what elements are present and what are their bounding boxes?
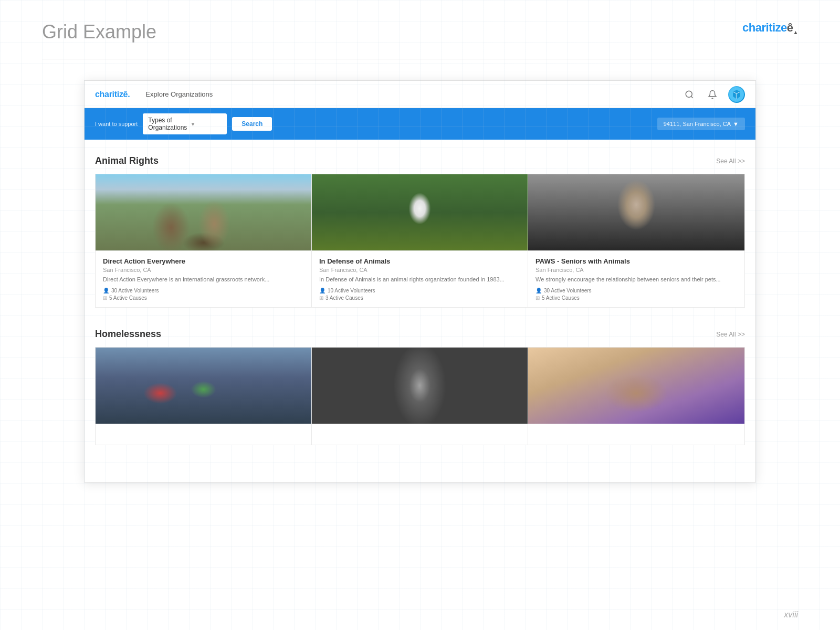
section-animal-rights: Animal Rights See All >> Direct Action E… (95, 155, 745, 308)
location-button[interactable]: 94111, San Francisco, CA ▼ (657, 118, 745, 130)
person-icon: 👤 (103, 288, 109, 293)
grid-icon: ⊞ (319, 295, 323, 301)
card-image-homeless (312, 348, 528, 424)
search-right: 94111, San Francisco, CA ▼ (657, 118, 745, 130)
volunteers-direct-action: 👤 30 Active Volunteers (103, 288, 304, 293)
search-button[interactable]: Search (232, 117, 272, 131)
section-title-animal-rights: Animal Rights (95, 155, 159, 166)
search-bar: I want to support Types of Organizations… (85, 108, 755, 140)
causes-defense-animals: ⊞ 3 Active Causes (319, 295, 520, 301)
card-image-horses (96, 174, 311, 250)
page-footer: xviii (784, 610, 798, 620)
svg-point-0 (686, 91, 692, 97)
cards-grid-homelessness (95, 347, 745, 445)
section-header-homelessness: Homelessness See All >> (95, 329, 745, 340)
section-homelessness: Homelessness See All >> (95, 329, 745, 445)
svg-line-1 (691, 96, 692, 98)
chevron-down-icon-location: ▼ (733, 121, 739, 127)
chevron-down-icon: ▼ (190, 121, 222, 127)
card-image-rabbit (312, 174, 528, 250)
causes-direct-action: ⊞ 5 Active Causes (103, 295, 304, 301)
top-brand-logo: charitizeê▲ (742, 21, 798, 35)
card-desc-defense-animals: In Defense of Animals is an animal right… (319, 276, 520, 284)
card-info-protest (96, 424, 311, 445)
card-defense-animals[interactable]: In Defense of Animals San Francisco, CA … (312, 174, 528, 307)
volunteers-defense-animals: 👤 10 Active Volunteers (319, 288, 520, 293)
search-icon[interactable] (682, 87, 697, 102)
nav-right (682, 86, 745, 103)
section-header-animal-rights: Animal Rights See All >> (95, 155, 745, 166)
search-left: I want to support Types of Organizations… (95, 113, 272, 134)
person-icon: 👤 (536, 288, 542, 293)
user-avatar[interactable] (728, 86, 745, 103)
section-title-homelessness: Homelessness (95, 329, 161, 340)
app-window: charitizê. Explore Organizations (84, 80, 756, 482)
volunteers-paws: 👤 30 Active Volunteers (536, 288, 737, 293)
card-protest[interactable] (96, 348, 312, 445)
grid-icon: ⊞ (103, 295, 107, 301)
explore-link[interactable]: Explore Organizations (145, 90, 213, 98)
card-image-protest (96, 348, 311, 424)
app-logo[interactable]: charitizê. (95, 90, 130, 99)
card-direct-action[interactable]: Direct Action Everywhere San Francisco, … (96, 174, 312, 307)
card-info-hands-together (528, 424, 744, 445)
card-title-paws: PAWS - Seniors with Animals (536, 257, 737, 265)
card-seeking-kindness[interactable] (312, 348, 528, 445)
card-info-paws: PAWS - Seniors with Animals San Francisc… (528, 250, 744, 307)
bell-icon[interactable] (705, 87, 720, 102)
cards-grid-animal-rights: Direct Action Everywhere San Francisco, … (95, 174, 745, 308)
app-navbar: charitizê. Explore Organizations (85, 81, 755, 108)
person-icon: 👤 (319, 288, 326, 293)
card-meta-direct-action: 👤 30 Active Volunteers ⊞ 5 Active Causes (103, 288, 304, 301)
card-meta-paws: 👤 30 Active Volunteers ⊞ 5 Active Causes (536, 288, 737, 301)
card-image-hands (528, 348, 744, 424)
card-info-direct-action: Direct Action Everywhere San Francisco, … (96, 250, 311, 307)
grid-icon: ⊞ (536, 295, 540, 301)
card-desc-paws: We strongly encourage the relationship b… (536, 276, 737, 284)
see-all-animal-rights[interactable]: See All >> (716, 158, 745, 165)
search-label: I want to support (95, 121, 138, 127)
card-location-paws: San Francisco, CA (536, 267, 737, 273)
page-header: Grid Example charitizeê▲ (0, 0, 840, 54)
main-content: Animal Rights See All >> Direct Action E… (85, 140, 755, 482)
card-image-senior (528, 174, 744, 250)
page-title: Grid Example (42, 21, 156, 43)
card-meta-defense-animals: 👤 10 Active Volunteers ⊞ 3 Active Causes (319, 288, 520, 301)
card-desc-direct-action: Direct Action Everywhere is an internati… (103, 276, 304, 284)
card-location-direct-action: San Francisco, CA (103, 267, 304, 273)
card-title-defense-animals: In Defense of Animals (319, 257, 520, 265)
card-info-defense-animals: In Defense of Animals San Francisco, CA … (312, 250, 528, 307)
card-info-seeking-kindness (312, 424, 528, 445)
card-paws[interactable]: PAWS - Seniors with Animals San Francisc… (528, 174, 744, 307)
header-divider (42, 59, 798, 59)
types-dropdown[interactable]: Types of Organizations ▼ (143, 113, 227, 134)
card-location-defense-animals: San Francisco, CA (319, 267, 520, 273)
causes-paws: ⊞ 5 Active Causes (536, 295, 737, 301)
see-all-homelessness[interactable]: See All >> (716, 331, 745, 338)
card-hands-together[interactable] (528, 348, 744, 445)
nav-left: charitizê. Explore Organizations (95, 90, 213, 99)
card-title-direct-action: Direct Action Everywhere (103, 257, 304, 265)
